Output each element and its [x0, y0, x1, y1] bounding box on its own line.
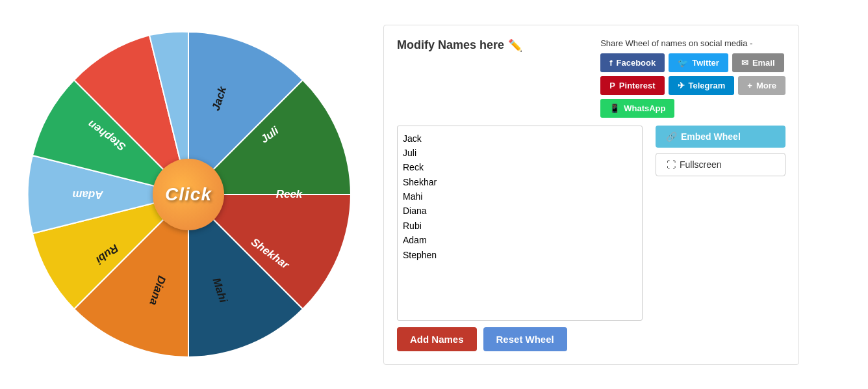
names-buttons: Add Names Reset Wheel [397, 327, 643, 351]
facebook-button[interactable]: f Facebook [600, 53, 665, 72]
more-label: More [756, 81, 776, 90]
pinterest-icon: P [609, 81, 615, 90]
more-icon: + [747, 81, 752, 90]
svg-text:Adam: Adam [72, 189, 103, 201]
wheel-click-button[interactable]: Click [153, 159, 224, 230]
twitter-label: Twitter [692, 58, 719, 68]
more-button[interactable]: + More [738, 76, 785, 95]
share-row-3: 📱 WhatsApp [600, 99, 785, 118]
twitter-button[interactable]: 🐦 Twitter [669, 53, 728, 72]
pencil-icon: ✏️ [508, 38, 522, 53]
whatsapp-button[interactable]: 📱 WhatsApp [600, 99, 674, 118]
panel: Modify Names here ✏️ Share Wheel of name… [383, 25, 799, 365]
names-textarea[interactable]: Jack Juli Reck Shekhar Mahi Diana Rubi A… [397, 126, 643, 321]
svg-text:Reck: Reck [276, 188, 303, 200]
panel-header: Modify Names here ✏️ Share Wheel of name… [397, 38, 785, 118]
panel-body: Jack Juli Reck Shekhar Mahi Diana Rubi A… [397, 126, 785, 351]
whatsapp-label: WhatsApp [624, 103, 665, 113]
embed-wheel-button[interactable]: 🔗 Embed Wheel [656, 126, 785, 148]
facebook-icon: f [609, 58, 612, 68]
share-row-2: P Pinterest ✈ Telegram + More [600, 76, 785, 95]
embed-wheel-label: Embed Wheel [681, 131, 741, 142]
twitter-icon: 🐦 [678, 58, 688, 68]
email-icon: ✉ [741, 58, 748, 68]
pinterest-label: Pinterest [619, 81, 656, 90]
share-buttons: f Facebook 🐦 Twitter ✉ Email P [600, 53, 785, 118]
add-names-button[interactable]: Add Names [397, 327, 477, 351]
pinterest-button[interactable]: P Pinterest [600, 76, 664, 95]
share-section: Share Wheel of names on social media - f… [600, 38, 785, 118]
names-area: Jack Juli Reck Shekhar Mahi Diana Rubi A… [397, 126, 643, 351]
email-button[interactable]: ✉ Email [732, 53, 784, 72]
email-label: Email [752, 58, 775, 68]
whatsapp-icon: 📱 [609, 103, 620, 113]
fullscreen-label: Fullscreen [680, 159, 722, 170]
modify-names-text: Modify Names here [397, 38, 504, 52]
share-row-1: f Facebook 🐦 Twitter ✉ Email [600, 53, 785, 72]
embed-icon: 🔗 [666, 131, 677, 142]
reset-wheel-button[interactable]: Reset Wheel [483, 327, 567, 351]
wheel-container: Jack Juli Reck Shekhar Mahi Diana Rubi A… [19, 25, 357, 364]
telegram-label: Telegram [689, 81, 726, 90]
wheel-center-text: Click [165, 184, 212, 205]
facebook-label: Facebook [617, 58, 656, 68]
fullscreen-icon: ⛶ [667, 159, 676, 170]
telegram-icon: ✈ [678, 81, 685, 90]
share-title: Share Wheel of names on social media - [600, 38, 785, 48]
telegram-button[interactable]: ✈ Telegram [669, 76, 735, 95]
fullscreen-button[interactable]: ⛶ Fullscreen [656, 153, 785, 176]
modify-names-label: Modify Names here ✏️ [397, 38, 522, 53]
action-buttons: 🔗 Embed Wheel ⛶ Fullscreen [656, 126, 785, 351]
